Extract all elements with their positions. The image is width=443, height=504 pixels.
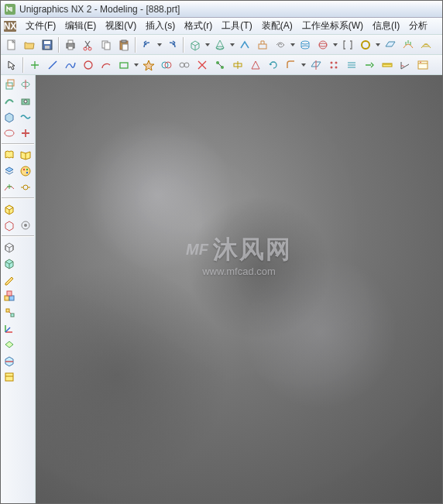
separator [58,37,60,53]
svg-rect-66 [7,291,12,296]
spiral-button[interactable] [272,36,289,53]
merge-button[interactable] [158,57,175,74]
spline-button[interactable] [62,57,79,74]
layers-button[interactable] [2,163,17,179]
wcs-button[interactable] [2,321,17,336]
open-book-button[interactable] [18,147,33,163]
star-button[interactable] [140,57,157,74]
svg-line-69 [9,312,11,314]
revolve-button[interactable] [18,77,33,92]
arc-button[interactable] [98,57,115,74]
rotate-button[interactable] [265,57,282,74]
bracket-button[interactable] [339,36,356,53]
cross-button[interactable] [18,125,33,141]
analyze-angle-button[interactable] [397,57,414,74]
menu-edit[interactable]: 编辑(E) [60,18,101,34]
book-button[interactable] [2,147,17,163]
ellipse-button[interactable] [2,125,17,141]
rect-button[interactable] [115,57,132,74]
wave-button[interactable] [18,109,33,125]
menu-insert[interactable]: 插入(s) [141,18,180,34]
menu-file[interactable]: 文件(F) [21,18,60,34]
palette-button[interactable] [18,163,33,179]
menu-info[interactable]: 信息(I) [368,18,404,34]
trim-button[interactable] [194,57,211,74]
shaded-view-button[interactable] [2,255,17,271]
measure-button[interactable] [379,57,396,74]
constrain-button[interactable] [229,57,246,74]
redo-button[interactable] [163,36,180,53]
menu-format[interactable]: 格式(r) [180,18,217,34]
sim-button[interactable] [2,218,17,233]
model-viewport[interactable]: MF沐风网 www.mfcad.com [36,75,442,503]
chain-button[interactable] [176,57,193,74]
explode-button[interactable] [2,304,17,320]
render-pencil-button[interactable] [2,272,17,287]
cone-button[interactable] [211,36,228,53]
sheet-button[interactable] [2,369,17,385]
circle-button[interactable] [80,57,97,74]
connect-button[interactable] [211,57,228,74]
menu-bar: NX 文件(F) 编辑(E) 视图(V) 插入(s) 格式(r) 工具(T) 装… [1,18,442,35]
plane-button[interactable] [382,36,399,53]
section-button[interactable] [2,353,17,369]
wireframe-view-button[interactable] [2,239,17,255]
menu-analyze[interactable]: 分析 [404,18,432,34]
ring-button[interactable] [357,36,374,53]
curve-analyze-button[interactable] [400,36,417,53]
dropdown-icon[interactable] [133,57,139,74]
sweep-button[interactable] [2,93,17,108]
new-file-button[interactable] [3,36,20,53]
print-button[interactable] [62,36,79,53]
separator [2,197,34,199]
box-button[interactable] [2,201,17,217]
curve-crosshair-button[interactable] [2,180,17,195]
select-button[interactable] [3,57,20,74]
blend-button[interactable] [283,57,300,74]
menu-wcs[interactable]: 工作坐标系(W) [297,18,368,34]
svg-rect-26 [120,63,128,68]
dropdown-icon[interactable] [332,36,338,53]
svg-line-24 [49,61,57,69]
line-button[interactable] [44,57,61,74]
sphere-button[interactable] [314,36,331,53]
paste-button[interactable] [115,36,132,53]
pattern-button[interactable] [325,57,342,74]
align-button[interactable] [343,57,360,74]
svg-point-47 [420,61,421,63]
dropdown-icon[interactable] [300,57,307,74]
dropdown-icon[interactable] [229,36,235,53]
undo-dropdown[interactable] [156,36,163,53]
menu-tool[interactable]: 工具(T) [217,18,256,34]
svg-rect-8 [68,40,73,43]
view-top-button[interactable] [2,337,17,352]
dropdown-icon[interactable] [290,36,296,53]
shell-button[interactable] [2,109,17,125]
dropdown-icon[interactable] [204,36,211,53]
extract-button[interactable] [254,36,271,53]
mesh-button[interactable] [417,36,434,53]
extrude-button[interactable] [2,77,17,92]
copy-button[interactable] [98,36,115,53]
point-button[interactable] [26,57,43,74]
menu-view[interactable]: 视图(V) [101,18,141,34]
extend-button[interactable] [361,57,378,74]
cut-button[interactable] [80,36,97,53]
assembly-button[interactable] [2,288,17,303]
cube-button[interactable] [187,36,204,53]
joint-button[interactable] [18,180,33,195]
svg-rect-68 [11,314,14,317]
pipe-button[interactable] [297,36,314,53]
svg-point-58 [26,172,28,173]
menu-assembly[interactable]: 装配(A) [257,18,297,34]
hole-button[interactable] [18,93,33,108]
preferences-button[interactable] [414,57,431,74]
dropdown-icon[interactable] [375,36,381,53]
triangle-button[interactable] [247,57,264,74]
open-file-button[interactable] [21,36,38,53]
project-button[interactable] [307,57,325,74]
undo-button[interactable] [139,36,156,53]
settings2-button[interactable] [18,218,33,233]
edge-button[interactable] [236,36,253,53]
save-button[interactable] [39,36,56,53]
